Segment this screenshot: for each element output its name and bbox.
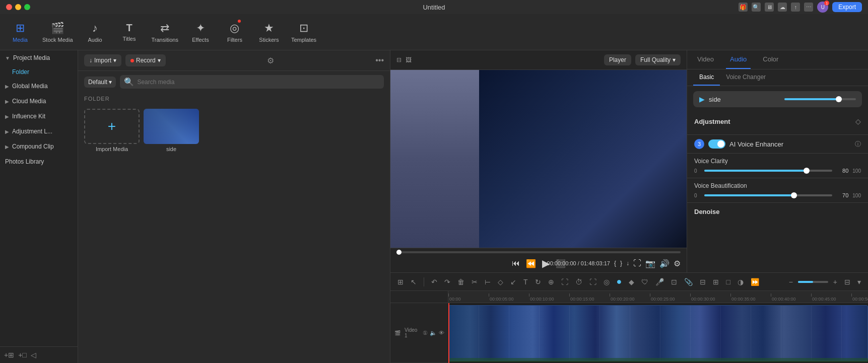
pointer-icon[interactable]: ↖ [409,277,419,287]
voice-clarity-slider[interactable] [704,170,832,172]
timer-icon[interactable]: ⏱ [573,277,584,287]
sidebar-item-photos-library[interactable]: Photos Library [0,154,78,169]
media-item-side[interactable]: side [144,109,199,152]
clip-icon[interactable]: 📎 [682,277,695,287]
redo-icon[interactable]: ↷ [442,277,452,287]
pip-icon[interactable]: ⊞ [711,277,721,287]
import-media-item[interactable]: + Import Media [84,109,140,152]
tab-video[interactable]: Video [693,50,718,69]
mark-out-icon[interactable]: } [620,260,622,267]
split-view-icon[interactable]: ⊟ [396,56,402,63]
settings-icon[interactable]: ⚙ [674,259,681,268]
toolbar-stock-media[interactable]: 🎬 Stock Media [42,22,73,43]
toolbar-effects[interactable]: ✦ Effects [188,22,213,43]
seek-handle[interactable] [396,250,402,255]
toolbar-audio[interactable]: ♪ Audio [83,22,107,43]
sidebar-item-adjustment[interactable]: ▶ Adjustment L... [0,124,78,139]
toolbar-templates[interactable]: ⊡ Templates [291,22,316,43]
undo-icon[interactable]: ↶ [429,277,439,287]
sidebar-item-influence-kit[interactable]: ▶ Influence Kit [0,109,78,124]
tab-audio[interactable]: Audio [726,50,751,69]
toolbar-titles[interactable]: T Titles [117,22,142,42]
mark-in-icon[interactable]: { [614,260,616,267]
computer-icon[interactable]: 🖥 [765,3,774,12]
search-input[interactable] [137,79,380,86]
zoom-in-icon[interactable]: + [831,277,839,287]
volume-icon[interactable]: 🔊 [659,259,670,268]
grid-icon[interactable]: ⊟ [842,277,852,287]
dots-icon[interactable]: ⋯ [804,3,813,12]
more-icon[interactable]: ▾ [855,277,863,287]
rotate-icon[interactable]: ↻ [533,277,543,287]
sort-dropdown[interactable]: Default ▾ [84,77,116,88]
group-icon[interactable]: ⊡ [669,277,679,287]
text-icon[interactable]: T [521,277,530,287]
screenshot-icon[interactable]: 📷 [645,259,655,268]
close-button[interactable] [6,4,12,10]
avatar[interactable]: U 1 [817,2,828,13]
audio-tab-basic[interactable]: Basic [693,69,720,86]
voice-clarity-handle[interactable] [804,168,810,174]
sidebar-item-cloud-media[interactable]: ▶ Cloud Media [0,94,78,109]
gift-icon[interactable]: 🎁 [739,3,748,12]
sidebar-item-global-media[interactable]: ▶ Global Media [0,79,78,94]
cloud-upload-icon[interactable]: ☁ [778,3,787,12]
record-button[interactable]: Record ▾ [125,54,166,66]
more-options-icon[interactable]: ••• [375,56,384,65]
toolbar-filters[interactable]: ◎ Filters [223,22,247,43]
split-icon[interactable]: ⊢ [483,277,493,287]
layout-icon[interactable]: ⊞ [395,277,406,287]
insert-icon[interactable]: ↙ [508,277,518,287]
tab-color[interactable]: Color [759,50,782,69]
info-icon[interactable]: ⓘ [855,140,861,149]
playhead[interactable] [448,303,449,363]
expand-icon[interactable]: ⛶ [587,277,598,287]
diamond-icon[interactable]: ◆ [627,277,636,287]
fast-forward-icon[interactable]: ⏩ [749,277,761,287]
rect-icon[interactable]: □ [724,277,732,287]
shield-icon[interactable]: 🛡 [639,277,650,287]
stabilize-icon[interactable]: ◎ [602,277,612,287]
sort-icon[interactable]: ⚙ [267,56,274,65]
voice-beautification-slider[interactable] [704,194,832,196]
skip-back-icon[interactable]: ⏮ [512,259,520,268]
sidebar-item-project-media[interactable]: ▼ Project Media [0,50,78,65]
ripple-icon[interactable]: ◇ [496,277,505,287]
minimize-button[interactable] [15,4,21,10]
export-button[interactable]: Export [832,2,862,12]
toolbar-stickers[interactable]: ★ Stickers [257,22,281,43]
collapse-icon[interactable]: ◁ [31,351,36,359]
collapse-icon[interactable]: ◇ [855,117,861,125]
toolbar-media[interactable]: ⊞ Media [8,22,32,43]
zoom-out-icon[interactable]: − [787,277,795,287]
search-icon[interactable]: 🔍 [752,3,761,12]
toolbar-transitions[interactable]: ⇄ Transitions [152,22,178,43]
track-mute-icon[interactable]: 🔈 [430,330,437,336]
fullscreen-icon[interactable]: ⛶ [633,259,641,268]
track-lock-icon[interactable]: 👁 [439,330,444,336]
import-button[interactable]: ↓ Import ▾ [84,54,121,66]
seek-bar[interactable] [396,251,681,253]
maximize-button[interactable] [24,4,30,10]
zoom-slider[interactable] [798,281,828,283]
player-button[interactable]: Player [604,54,631,65]
share-icon[interactable]: ↑ [791,3,800,12]
add-item-icon[interactable]: +□ [18,351,27,359]
zoom-fit-icon[interactable]: ⊕ [546,277,556,287]
add-folder-icon[interactable]: +⊞ [4,351,14,359]
ai-toggle[interactable] [708,139,725,149]
video-strip[interactable] [448,305,868,361]
image-view-icon[interactable]: 🖼 [406,56,412,63]
circle-btn[interactable]: ● [615,275,624,288]
mic-icon[interactable]: 🎤 [653,277,666,287]
track-visibility-icon[interactable]: ① [423,330,428,336]
step-back-icon[interactable]: ⏪ [526,259,536,268]
side-slider[interactable] [784,98,856,100]
delete-icon[interactable]: 🗑 [455,277,466,287]
layout2-icon[interactable]: ⊟ [698,277,708,287]
audio-tab-voice-changer[interactable]: Voice Changer [720,69,772,86]
add-to-timeline-icon[interactable]: ↓ [626,260,629,267]
fill-icon[interactable]: ◑ [736,277,746,287]
sidebar-item-folder[interactable]: Folder [0,65,78,79]
crop-icon[interactable]: ⛶ [559,277,570,287]
